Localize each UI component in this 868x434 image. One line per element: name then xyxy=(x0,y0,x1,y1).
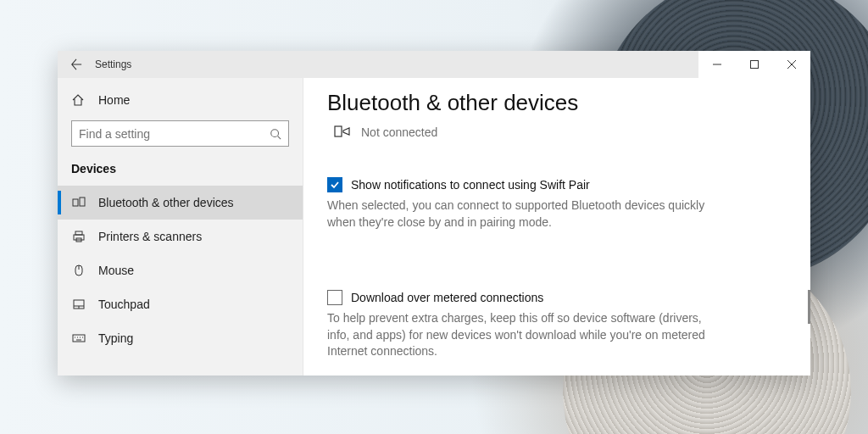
settings-window: Settings Home xyxy=(58,51,810,376)
bluetooth-devices-icon xyxy=(71,196,86,209)
window-controls xyxy=(698,51,810,78)
swift-pair-checkbox[interactable] xyxy=(327,177,342,192)
page-title: Bluetooth & other devices xyxy=(327,90,787,116)
sidebar: Home Devices Bluetooth & other devices xyxy=(58,78,303,376)
svg-point-4 xyxy=(271,129,279,136)
sidebar-item-label: Printers & scanners xyxy=(98,230,202,243)
swift-pair-description: When selected, you can connect to suppor… xyxy=(327,198,726,231)
svg-marker-23 xyxy=(343,128,349,135)
svg-line-5 xyxy=(278,136,281,139)
sidebar-item-label: Typing xyxy=(98,331,133,345)
svg-rect-16 xyxy=(73,335,85,342)
swift-pair-label: Show notifications to connect using Swif… xyxy=(351,178,590,192)
sidebar-item-label: Touchpad xyxy=(98,298,150,311)
sidebar-item-mouse[interactable]: Mouse xyxy=(58,253,303,287)
touchpad-icon xyxy=(71,298,86,311)
connection-status-text: Not connected xyxy=(361,125,437,139)
svg-rect-22 xyxy=(335,126,342,136)
sidebar-item-label: Mouse xyxy=(98,264,134,277)
svg-rect-6 xyxy=(73,199,78,206)
metered-checkbox[interactable] xyxy=(327,290,342,305)
search-box[interactable] xyxy=(71,120,289,147)
app-body: Home Devices Bluetooth & other devices xyxy=(58,78,810,376)
svg-rect-7 xyxy=(80,198,85,206)
mouse-icon xyxy=(71,264,86,277)
home-icon xyxy=(71,93,86,107)
back-button[interactable] xyxy=(63,51,90,78)
close-button[interactable] xyxy=(773,51,810,78)
close-icon xyxy=(787,60,796,69)
sidebar-item-printers[interactable]: Printers & scanners xyxy=(58,220,303,253)
scrollbar[interactable] xyxy=(808,290,810,324)
sidebar-home[interactable]: Home xyxy=(58,86,303,114)
sidebar-item-bluetooth[interactable]: Bluetooth & other devices xyxy=(58,186,303,220)
sidebar-item-label: Bluetooth & other devices xyxy=(98,196,234,209)
svg-rect-8 xyxy=(75,231,82,235)
svg-rect-1 xyxy=(751,61,759,69)
search-input[interactable] xyxy=(79,127,270,141)
search-icon xyxy=(270,128,281,140)
minimize-button[interactable] xyxy=(698,51,736,78)
keyboard-icon xyxy=(71,331,86,345)
sidebar-item-touchpad[interactable]: Touchpad xyxy=(58,287,303,321)
metered-option: Download over metered connections xyxy=(327,290,787,305)
sidebar-item-typing[interactable]: Typing xyxy=(58,321,303,355)
swift-pair-option: Show notifications to connect using Swif… xyxy=(327,177,787,192)
sidebar-section-header: Devices xyxy=(58,160,303,186)
check-icon xyxy=(330,180,340,190)
printer-icon xyxy=(71,230,86,243)
connection-status-row: Not connected xyxy=(334,125,787,140)
device-status-icon xyxy=(334,125,351,140)
metered-description: To help prevent extra charges, keep this… xyxy=(327,310,726,360)
metered-label: Download over metered connections xyxy=(351,291,543,304)
content-pane: Bluetooth & other devices Not connected … xyxy=(303,78,810,376)
sidebar-home-label: Home xyxy=(98,93,130,107)
minimize-icon xyxy=(713,60,721,69)
sidebar-nav: Bluetooth & other devices Printers & sca… xyxy=(58,186,303,355)
maximize-button[interactable] xyxy=(736,51,773,78)
titlebar: Settings xyxy=(58,51,810,78)
window-title: Settings xyxy=(95,58,131,70)
arrow-left-icon xyxy=(70,58,82,70)
maximize-icon xyxy=(750,60,759,69)
svg-rect-9 xyxy=(74,235,84,240)
